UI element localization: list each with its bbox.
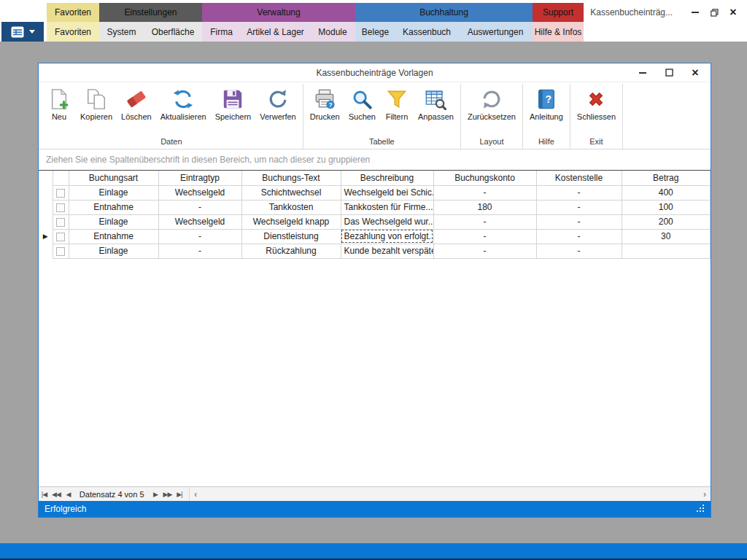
nav-prev-button[interactable]: ◀ [63, 491, 74, 498]
grid-cell[interactable]: Wechselgeld bei Schic... [341, 185, 433, 200]
zuruecksetzen-button[interactable]: Zurücksetzen [463, 84, 520, 122]
grid-cell[interactable]: Wechselgeld [158, 214, 241, 229]
filtern-button[interactable]: Filtern [380, 84, 414, 122]
window-minimize-button[interactable] [687, 5, 703, 20]
grid-cell[interactable]: Entnahme [69, 229, 158, 244]
tab-auswertungen[interactable]: Auswertungen [458, 22, 533, 42]
tab-favoriten[interactable]: Favoriten [47, 22, 99, 42]
grid-cell[interactable]: - [536, 229, 622, 244]
resize-grip-icon[interactable] [696, 505, 705, 513]
grid-cell[interactable]: - [158, 200, 241, 214]
column-header-buchungs-text[interactable]: Buchungs-Text [241, 171, 341, 185]
column-header-betrag[interactable]: Betrag [622, 171, 711, 185]
grid-cell[interactable]: Wechselgeld [158, 185, 241, 200]
horizontal-scrollbar[interactable]: ‹ › [189, 487, 711, 501]
table-row[interactable]: EinlageWechselgeldWechselgeld knappDas W… [39, 214, 711, 229]
table-row[interactable]: Einlage-RückzahlungKunde bezahlt verspät… [39, 244, 711, 258]
speichern-button[interactable]: Speichern [211, 84, 256, 122]
loeschen-button[interactable]: Löschen [117, 84, 156, 122]
grid-cell[interactable]: 100 [622, 200, 711, 214]
grid-cell[interactable]: - [536, 185, 622, 200]
row-checkbox[interactable] [56, 218, 65, 227]
aktualisieren-button[interactable]: Aktualisieren [156, 84, 211, 122]
tab-hilfe-infos[interactable]: Hilfe & Infos [533, 22, 584, 42]
grid-cell[interactable]: Einlage [69, 214, 158, 229]
suchen-button[interactable]: Suchen [344, 84, 380, 122]
grid-cell[interactable]: 200 [622, 214, 711, 229]
drucken-button[interactable]: ? Drucken [306, 84, 344, 122]
grid-cell[interactable]: - [536, 214, 622, 229]
row-select-cell[interactable] [53, 214, 69, 229]
grid-cell[interactable]: - [433, 229, 536, 244]
grid-cell[interactable]: - [536, 200, 622, 214]
table-row[interactable]: EinlageWechselgeldSchichtwechselWechselg… [39, 185, 711, 200]
grid-cell[interactable] [622, 244, 711, 258]
tab-module[interactable]: Module [310, 22, 355, 42]
verwerfen-button[interactable]: Verwerfen [255, 84, 301, 122]
tab-artikel-lager[interactable]: Artikel & Lager [241, 22, 310, 42]
app-menu-button[interactable] [1, 22, 44, 42]
tab-oberflaeche[interactable]: Oberfläche [144, 22, 202, 42]
grid-cell[interactable]: Dienstleistung [241, 229, 341, 244]
dialog-close-button[interactable]: × [687, 66, 703, 80]
grid-cell[interactable]: - [158, 229, 241, 244]
grid-cell[interactable]: - [158, 244, 241, 258]
tab-system[interactable]: System [99, 22, 144, 42]
scroll-left-icon[interactable]: ‹ [190, 489, 201, 499]
tab-firma[interactable]: Firma [202, 22, 241, 42]
select-all-header[interactable] [53, 171, 69, 185]
group-by-panel[interactable]: Ziehen Sie eine Spaltenüberschrift in di… [39, 149, 711, 171]
grid-cell[interactable]: Kunde bezahlt verspätet [341, 244, 433, 258]
grid-cell[interactable]: Tankkosten [241, 200, 341, 214]
grid-cell[interactable]: Bezahlung von erfolgt... [341, 229, 433, 244]
dialog-minimize-button[interactable] [635, 66, 651, 80]
grid-cell[interactable]: - [433, 244, 536, 258]
nav-next-page-button[interactable]: ▶▶ [161, 491, 174, 498]
dialog-maximize-button[interactable] [661, 66, 677, 80]
tab-kassenbuch[interactable]: Kassenbuch [395, 22, 458, 42]
window-restore-button[interactable] [706, 5, 722, 20]
grid-cell[interactable]: Schichtwechsel [241, 185, 341, 200]
grid-cell[interactable]: 400 [622, 185, 711, 200]
window-close-button[interactable]: × [725, 5, 741, 20]
grid-cell[interactable]: Wechselgeld knapp [241, 214, 341, 229]
row-select-cell[interactable] [53, 200, 69, 214]
grid-cell[interactable]: Rückzahlung [241, 244, 341, 258]
grid-cell[interactable]: 180 [433, 200, 536, 214]
row-checkbox[interactable] [56, 203, 65, 212]
column-header-eintragtyp[interactable]: Eintragtyp [158, 171, 241, 185]
scroll-right-icon[interactable]: › [699, 489, 711, 499]
anleitung-button[interactable]: ? Anleitung [525, 84, 568, 122]
anpassen-button[interactable]: Anpassen [414, 84, 458, 122]
column-header-buchungsart[interactable]: Buchungsart [69, 171, 158, 185]
nav-first-button[interactable]: |◀ [39, 491, 50, 498]
grid-cell[interactable]: 30 [622, 229, 711, 244]
schliessen-button[interactable]: Schliessen [573, 84, 620, 122]
table-row[interactable]: ▶Entnahme-DienstleistungBezahlung von er… [39, 229, 711, 244]
grid-cell[interactable]: Einlage [69, 185, 158, 200]
grid-cell[interactable]: Entnahme [69, 200, 158, 214]
scrollbar-track[interactable] [201, 487, 699, 501]
row-select-cell[interactable] [53, 229, 69, 244]
grid-cell[interactable]: Tankkosten für Firme... [341, 200, 433, 214]
grid-cell[interactable]: Das Wechselgeld wur... [341, 214, 433, 229]
nav-next-button[interactable]: ▶ [150, 491, 161, 498]
dialog-titlebar[interactable]: Kassenbucheinträge Vorlagen × [39, 63, 711, 82]
neu-button[interactable]: Neu [42, 84, 76, 122]
grid-cell[interactable]: - [433, 185, 536, 200]
grid-cell[interactable]: - [536, 244, 622, 258]
row-checkbox[interactable] [56, 247, 65, 256]
row-select-cell[interactable] [53, 244, 69, 258]
column-header-buchungskonto[interactable]: Buchungskonto [433, 171, 536, 185]
row-checkbox[interactable] [56, 233, 65, 241]
tab-belege[interactable]: Belege [355, 22, 395, 42]
nav-last-button[interactable]: ▶| [174, 491, 185, 498]
grid-cell[interactable]: - [433, 214, 536, 229]
column-header-kostenstelle[interactable]: Kostenstelle [536, 171, 622, 185]
column-header-beschreibung[interactable]: Beschreibung [341, 171, 433, 185]
row-select-cell[interactable] [53, 185, 69, 200]
nav-prev-page-button[interactable]: ◀◀ [50, 491, 63, 498]
kopieren-button[interactable]: Kopieren [76, 84, 117, 122]
row-checkbox[interactable] [56, 189, 65, 198]
grid-cell[interactable]: Einlage [69, 244, 158, 258]
